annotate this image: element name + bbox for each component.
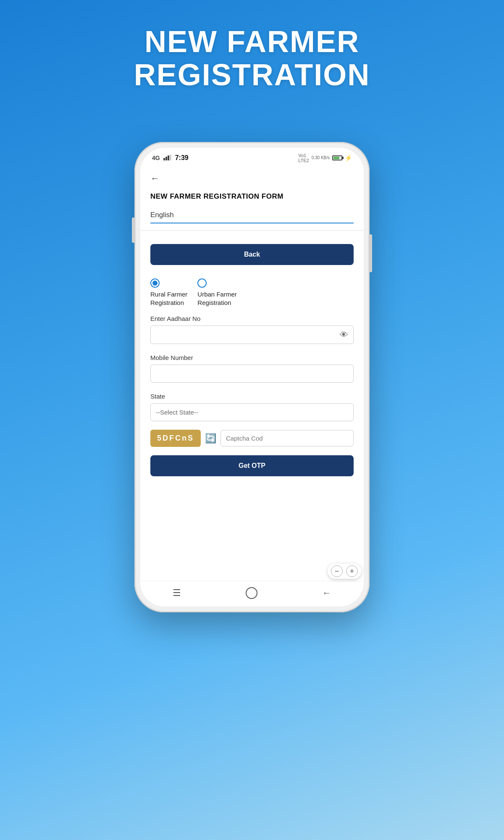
- page-title-section: NEW FARMER REGISTRATION: [134, 25, 370, 117]
- rural-radio-row: [150, 278, 160, 288]
- nav-bar: ☰ ←: [140, 581, 364, 606]
- urban-radio-circle[interactable]: [197, 278, 207, 288]
- mobile-label: Mobile Number: [150, 354, 354, 361]
- screen-content[interactable]: ← NEW FARMER REGISTRATION FORM Back Rura…: [140, 166, 364, 581]
- signal-bars: [163, 155, 172, 162]
- aadhaar-label: Enter Aadhaar No: [150, 315, 354, 322]
- battery-icon: [332, 155, 342, 160]
- page-title-line1: NEW FARMER: [134, 25, 370, 58]
- time-display: 7:39: [175, 154, 189, 162]
- lte-indicator: Vo1LTE2: [298, 153, 309, 163]
- nav-menu-icon[interactable]: ☰: [173, 588, 181, 598]
- speed-indicator: 0.30 KB/s: [312, 155, 330, 160]
- aadhaar-input[interactable]: [156, 331, 335, 338]
- state-label: State: [150, 393, 354, 400]
- captcha-row: 5DFCnS 🔄: [140, 426, 364, 450]
- lightning-icon: ⚡: [345, 155, 352, 161]
- eye-icon[interactable]: 👁: [340, 330, 348, 340]
- svg-rect-3: [170, 155, 171, 160]
- nav-back-icon[interactable]: ←: [322, 588, 331, 598]
- rural-radio-circle[interactable]: [150, 278, 160, 288]
- status-left: 4G 7:39: [152, 154, 189, 162]
- aadhaar-input-wrapper: 👁: [150, 326, 354, 344]
- back-button[interactable]: Back: [150, 244, 354, 265]
- svg-rect-1: [165, 157, 167, 160]
- mobile-field-group: Mobile Number: [140, 349, 364, 388]
- urban-farmer-option[interactable]: Urban FarmerRegistration: [197, 278, 236, 307]
- back-navigation: ←: [140, 166, 364, 187]
- state-select[interactable]: --Select State-- Andhra Pradesh Maharash…: [150, 403, 354, 421]
- captcha-refresh-icon[interactable]: 🔄: [205, 433, 216, 444]
- divider: [140, 230, 364, 231]
- language-input[interactable]: [150, 206, 354, 223]
- phone-mockup: 4G 7:39 Vo1LTE2 0.30 KB/s: [134, 142, 370, 612]
- svg-rect-0: [163, 158, 165, 160]
- form-title: NEW FARMER REGISTRATION FORM: [140, 187, 364, 204]
- nav-home-icon[interactable]: [246, 587, 257, 599]
- status-right: Vo1LTE2 0.30 KB/s ⚡: [298, 153, 352, 163]
- zoom-controls: − +: [328, 564, 361, 579]
- state-field-group: State --Select State-- Andhra Pradesh Ma…: [140, 388, 364, 426]
- zoom-in-button[interactable]: +: [346, 565, 358, 577]
- captcha-input[interactable]: [220, 430, 354, 446]
- page-title-line2: REGISTRATION: [134, 58, 370, 92]
- registration-type-group: Rural FarmerRegistration Urban FarmerReg…: [140, 272, 364, 310]
- captcha-image: 5DFCnS: [150, 430, 201, 447]
- back-arrow-icon[interactable]: ←: [150, 173, 160, 184]
- language-selector-wrapper: [150, 206, 354, 223]
- mobile-input[interactable]: [150, 365, 354, 383]
- aadhaar-field-group: Enter Aadhaar No 👁: [140, 310, 364, 349]
- phone-screen: 4G 7:39 Vo1LTE2 0.30 KB/s: [140, 148, 364, 606]
- get-otp-button[interactable]: Get OTP: [150, 455, 354, 476]
- svg-rect-2: [168, 155, 169, 160]
- battery-fill: [333, 157, 339, 159]
- rural-farmer-option[interactable]: Rural FarmerRegistration: [150, 278, 187, 307]
- urban-farmer-label: Urban FarmerRegistration: [197, 290, 236, 307]
- urban-radio-row: [197, 278, 207, 288]
- network-indicator: 4G: [152, 155, 160, 161]
- status-bar: 4G 7:39 Vo1LTE2 0.30 KB/s: [140, 148, 364, 166]
- zoom-out-button[interactable]: −: [331, 565, 343, 577]
- rural-farmer-label: Rural FarmerRegistration: [150, 290, 187, 307]
